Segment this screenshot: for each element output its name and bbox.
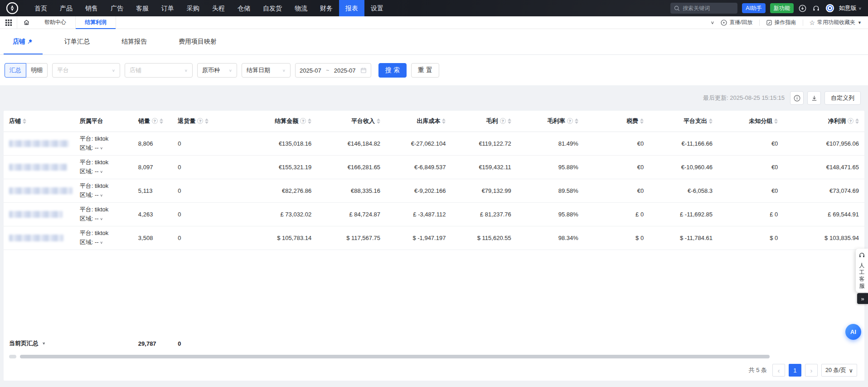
cell-gross_rate: 95.88%: [517, 155, 584, 179]
headset-support-icon[interactable]: [812, 4, 821, 13]
nav-item-9[interactable]: 自发货: [257, 0, 288, 16]
ai-floating-button[interactable]: AI: [845, 324, 861, 340]
customize-columns-button[interactable]: 自定义列: [824, 91, 861, 105]
search-button[interactable]: 搜 索: [378, 63, 407, 78]
calendar-icon: [360, 67, 367, 73]
sort-icon-settlement[interactable]: [308, 118, 311, 124]
store-name-redacted[interactable]: [9, 187, 73, 194]
sort-icon-unknown[interactable]: [774, 118, 778, 124]
nav-item-13[interactable]: 设置: [364, 0, 390, 16]
sort-icon-income[interactable]: [377, 118, 380, 124]
nav-item-3[interactable]: 广告: [104, 0, 130, 16]
reset-button[interactable]: 重 置: [411, 63, 439, 78]
chevron-down-icon[interactable]: ∨: [100, 168, 103, 176]
home-icon[interactable]: [17, 16, 35, 29]
help-icon-settlement[interactable]: ?: [300, 118, 306, 124]
sort-icon-returns[interactable]: [205, 118, 209, 124]
sort-icon-cost[interactable]: [442, 118, 446, 124]
page-tab-2[interactable]: 结算报告: [121, 29, 147, 54]
help-icon-net[interactable]: ?: [848, 118, 853, 124]
next-page-button[interactable]: ›: [805, 364, 818, 377]
sort-icon-net[interactable]: [855, 118, 859, 124]
sort-icon-gross_rate[interactable]: [575, 118, 578, 124]
toggle-summary[interactable]: 汇总: [5, 63, 26, 78]
guide-link[interactable]: 操作指南: [766, 19, 796, 26]
col-header-gross: 毛利?: [451, 111, 516, 132]
help-icon-sales[interactable]: ?: [152, 118, 158, 124]
store-name-redacted[interactable]: [9, 211, 63, 218]
page-size-select[interactable]: 20 条/页 ∨: [821, 364, 857, 377]
collapse-sidebar-button[interactable]: »: [857, 293, 868, 304]
date-type-select[interactable]: 结算日期 ∨: [242, 63, 291, 78]
region-label: 区域:: [80, 239, 95, 245]
currency-select[interactable]: 原币种 ∨: [197, 63, 237, 78]
nav-item-12[interactable]: 报表: [339, 0, 364, 16]
updates-download-icon[interactable]: [798, 4, 807, 13]
prev-page-button[interactable]: ‹: [772, 364, 785, 377]
app-grid-icon[interactable]: [0, 16, 17, 29]
live-replay-link[interactable]: 直播/回放: [721, 19, 752, 26]
sort-icon-sales[interactable]: [160, 118, 163, 124]
toggle-detail[interactable]: 明细: [26, 63, 48, 78]
sort-icon-expense[interactable]: [709, 118, 713, 124]
col-header-sales: 销量?: [133, 111, 172, 132]
platform-select[interactable]: 平台 ∨: [52, 63, 120, 78]
region-label: 区域:: [80, 215, 95, 222]
current-page-button[interactable]: 1: [789, 364, 801, 377]
store-name-redacted[interactable]: [9, 140, 69, 147]
date-range-picker[interactable]: 2025-07 ~ 2025-07: [295, 63, 371, 78]
chevron-down-icon[interactable]: ∨: [100, 239, 103, 246]
nav-item-8[interactable]: 仓储: [231, 0, 257, 16]
store-name-redacted[interactable]: [9, 164, 67, 171]
sort-up-icon: [160, 118, 163, 121]
search-input[interactable]: [683, 5, 732, 11]
scrollbar-thumb[interactable]: [20, 355, 770, 358]
store-name-redacted[interactable]: [9, 235, 63, 241]
divider: [803, 20, 803, 26]
tab-help-center[interactable]: 帮助中心: [35, 16, 75, 29]
favorites-menu[interactable]: ☆ 常用功能收藏夹 ▼: [810, 19, 862, 26]
platform-value: tiktok: [95, 230, 108, 236]
nav-item-5[interactable]: 订单: [155, 0, 180, 16]
human-service-button[interactable]: 人工客服: [856, 249, 868, 292]
horizontal-scrollbar[interactable]: [8, 355, 860, 359]
chevron-down-icon[interactable]: ∨: [100, 145, 103, 152]
date-to-value[interactable]: 2025-07: [334, 67, 356, 74]
chevron-down-icon[interactable]: ∨: [100, 192, 103, 199]
nav-item-2[interactable]: 销售: [79, 0, 104, 16]
avatar[interactable]: [825, 4, 834, 13]
nav-item-11[interactable]: 财务: [314, 0, 339, 16]
sort-icon-gross[interactable]: [508, 118, 511, 124]
help-icon-returns[interactable]: ?: [197, 118, 203, 124]
cell-cost: $ -1,947.197: [386, 226, 451, 250]
nav-item-7[interactable]: 头程: [206, 0, 231, 16]
tab-settlement-profit[interactable]: 结算利润: [75, 16, 116, 29]
chevron-down-icon: ∨: [108, 69, 115, 73]
nav-item-0[interactable]: 首页: [28, 0, 53, 16]
sort-icon-tax[interactable]: [640, 118, 644, 124]
tabs-overflow-chevron-icon[interactable]: ∨: [710, 20, 714, 25]
page-tab-0[interactable]: 店铺: [13, 29, 33, 54]
region-value: --: [95, 144, 99, 151]
page-tab-1[interactable]: 订单汇总: [64, 29, 90, 54]
nav-item-4[interactable]: 客服: [130, 0, 155, 16]
summary-label[interactable]: 当前页汇总∨: [9, 339, 45, 348]
ai-assistant-button[interactable]: AI助手: [742, 3, 765, 13]
page-tab-3[interactable]: 费用项目映射: [179, 29, 217, 54]
help-icon-gross[interactable]: ?: [500, 118, 506, 124]
chevron-down-icon[interactable]: ∨: [100, 216, 103, 223]
help-icon-gross_rate[interactable]: ?: [567, 118, 573, 124]
nav-item-6[interactable]: 采购: [180, 0, 206, 16]
nav-item-1[interactable]: 产品: [53, 0, 79, 16]
new-features-button[interactable]: 新功能: [770, 3, 794, 13]
global-search[interactable]: [670, 3, 737, 14]
date-from-value[interactable]: 2025-07: [300, 67, 321, 74]
sort-icon-store[interactable]: [23, 118, 26, 124]
nav-item-10[interactable]: 物流: [288, 0, 314, 16]
col-header-tax: 税费: [584, 111, 649, 132]
version-menu[interactable]: 如意版 ∨: [839, 4, 862, 12]
col-header-inner-net: 净利润?: [789, 117, 859, 125]
export-button[interactable]: [807, 91, 821, 105]
info-button[interactable]: [790, 91, 804, 105]
store-select[interactable]: 店铺 ∨: [125, 63, 193, 78]
